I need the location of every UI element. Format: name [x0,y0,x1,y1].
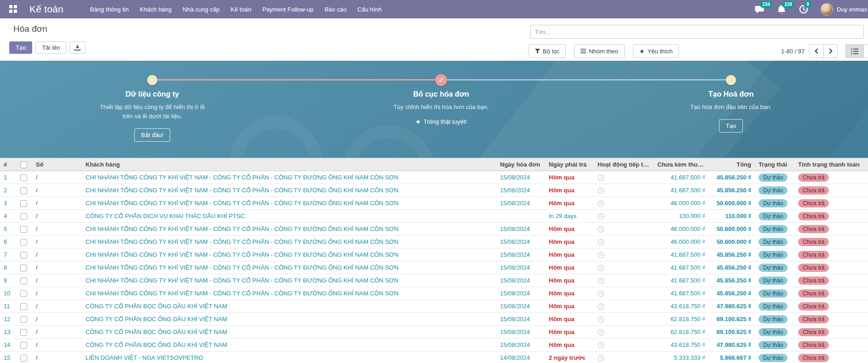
next-activity-cell[interactable] [594,339,654,351]
payment-status-cell: Chưa trả [794,184,868,197]
table-row[interactable]: 1 / CHI NHÁNH TỔNG CÔNG TY KHÍ VIỆT NAM … [0,171,868,184]
table-row[interactable]: 11 / CÔNG TY CỔ PHẦN BỌC ỐNG DẦU KHÍ VIỆ… [0,300,868,313]
next-activity-cell[interactable] [594,210,654,223]
table-row[interactable]: 6 / CHI NHÁNH TỔNG CÔNG TY KHÍ VIỆT NAM … [0,236,868,248]
header-status[interactable]: Trạng thái [755,158,794,171]
upload-button[interactable]: Tải lên [35,41,66,54]
status-badge: Dự thảo [759,341,788,349]
filters-button[interactable]: Bộ lọc [529,44,566,58]
pager-previous-button[interactable] [809,44,823,58]
next-activity-cell[interactable] [594,184,654,197]
due-date: Hôm qua [549,290,575,297]
invoice-date-cell: 15/08/2024 [496,287,545,300]
row-checkbox[interactable] [20,226,27,233]
select-all-checkbox[interactable] [20,161,27,168]
start-button[interactable]: Bắt đầu! [134,128,170,142]
create-button[interactable]: Tạo [9,41,32,54]
table-row[interactable]: 15 / LIÊN DOANH VIỆT - NGA VIETSOVPETRO … [0,351,868,363]
table-row[interactable]: 9 / CHI NHÁNH TỔNG CÔNG TY KHÍ VIỆT NAM … [0,274,868,287]
row-checkbox[interactable] [20,213,27,220]
table-row[interactable]: 2 / CHI NHÁNH TỔNG CÔNG TY KHÍ VIỆT NAM … [0,184,868,197]
payment-status-cell: Chưa trả [794,223,868,236]
due-date-cell: In 29 days [545,210,594,223]
header-next-activity[interactable]: Hoạt động tiếp th... [594,158,654,171]
header-total[interactable]: Tổng [709,158,755,171]
nav-item-settings[interactable]: Cấu hình [352,0,387,18]
nav-item-reports[interactable]: Báo cáo [319,0,352,18]
next-activity-cell[interactable] [594,326,654,339]
row-checkbox[interactable] [20,277,27,284]
table-row[interactable]: 13 / CÔNG TY CỔ PHẦN BỌC ỐNG DẦU KHÍ VIỆ… [0,326,868,339]
row-checkbox[interactable] [20,303,27,310]
next-activity-cell[interactable] [594,351,654,363]
table-row[interactable]: 12 / CÔNG TY CỔ PHẦN BỌC ỐNG DẦU KHÍ VIỆ… [0,313,868,326]
row-checkbox[interactable] [20,342,27,349]
apps-menu-icon[interactable] [9,5,17,13]
pager-next-button[interactable] [823,44,838,58]
customer-cell: CHI NHÁNH TỔNG CÔNG TY KHÍ VIỆT NAM - CÔ… [82,248,496,261]
favorites-button[interactable]: ★ Yêu thích [633,44,679,58]
table-row[interactable]: 8 / CHI NHÁNH TỔNG CÔNG TY KHÍ VIỆT NAM … [0,261,868,274]
row-checkbox[interactable] [20,290,27,297]
nav-item-customers[interactable]: Khách hàng [134,0,177,18]
header-payment-status[interactable]: Tình trạng thanh toán [794,158,868,171]
untaxed-amount-cell: 41.687.500 ₫ [654,184,709,197]
next-activity-cell[interactable] [594,171,654,184]
due-date: Hôm qua [549,316,575,323]
next-activity-cell[interactable] [594,287,654,300]
row-checkbox[interactable] [20,252,27,259]
next-activity-cell[interactable] [594,223,654,236]
next-activity-cell[interactable] [594,236,654,248]
table-row[interactable]: 14 / CÔNG TY CỔ PHẦN BỌC ỐNG DẦU KHÍ VIỆ… [0,339,868,351]
invoice-number-cell: / [32,339,82,351]
row-checkbox[interactable] [20,265,27,271]
next-activity-cell[interactable] [594,248,654,261]
table-row[interactable]: 3 / CHI NHÁNH TỔNG CÔNG TY KHÍ VIỆT NAM … [0,197,868,210]
next-activity-cell[interactable] [594,274,654,287]
header-untaxed[interactable]: Chưa kèm thuế... [654,158,709,171]
app-title[interactable]: Kế toán [29,4,63,15]
row-checkbox[interactable] [20,329,27,336]
nav-item-accounting[interactable]: Kế toán [225,0,257,18]
next-activity-cell[interactable] [594,261,654,274]
activities-icon[interactable]: 9 [799,4,809,14]
row-checkbox[interactable] [20,187,27,194]
export-button[interactable] [69,41,86,54]
header-invoice-date[interactable]: Ngày hóa đơn [496,158,545,171]
header-due-date[interactable]: Ngày phải trả [545,158,594,171]
row-checkbox[interactable] [20,316,27,323]
list-view-button[interactable] [845,44,864,58]
customer-cell: CÔNG TY CỔ PHẦN BỌC ỐNG DẦU KHÍ VIỆT NAM [82,339,496,351]
total-amount-cell: 50.600.000 ₫ [709,197,755,210]
customer-cell: CHI NHÁNH TỔNG CÔNG TY KHÍ VIỆT NAM - CÔ… [82,236,496,248]
table-row[interactable]: 5 / CHI NHÁNH TỔNG CÔNG TY KHÍ VIỆT NAM … [0,223,868,236]
nav-item-vendors[interactable]: Nhà cung cấp [177,0,225,18]
next-activity-cell[interactable] [594,313,654,326]
table-row[interactable]: 4 / CÔNG TY CỔ PHẦN DỊCH VỤ KHAI THÁC DẦ… [0,210,868,223]
table-row[interactable]: 7 / CHI NHÁNH TỔNG CÔNG TY KHÍ VIỆT NAM … [0,248,868,261]
due-date: Hôm qua [549,303,575,310]
next-activity-cell[interactable] [594,197,654,210]
groupby-button[interactable]: Nhóm theo [574,44,625,58]
table-row[interactable]: 10 / CHI NHÁNH TỔNG CÔNG TY KHÍ VIỆT NAM… [0,287,868,300]
header-customer[interactable]: Khách hàng [82,158,496,171]
looks-great-link[interactable]: ★ Trông thật tuyệt! [415,118,467,125]
row-checkbox[interactable] [20,355,27,362]
search-input[interactable] [530,25,864,39]
activity-clock-icon [598,187,604,194]
row-checkbox[interactable] [20,200,27,207]
row-checkbox[interactable] [20,239,27,246]
nav-item-payment-followup[interactable]: Payment Follow-up [257,0,319,18]
list-view-icon [851,48,858,54]
banner-create-button[interactable]: Tạo [719,119,743,133]
messages-icon[interactable]: 234 [754,4,765,14]
status-cell: Dự thảo [755,274,794,287]
user-menu[interactable]: Duy enmas [821,3,867,16]
kanban-view-button[interactable] [864,44,868,58]
nav-item-dashboard[interactable]: Bảng thông tin [85,0,134,18]
customer-cell: CHI NHÁNH TỔNG CÔNG TY KHÍ VIỆT NAM - CÔ… [82,197,496,210]
header-number[interactable]: Số [32,158,82,171]
next-activity-cell[interactable] [594,300,654,313]
notifications-icon[interactable]: 229 [776,4,787,14]
row-checkbox[interactable] [20,174,27,181]
